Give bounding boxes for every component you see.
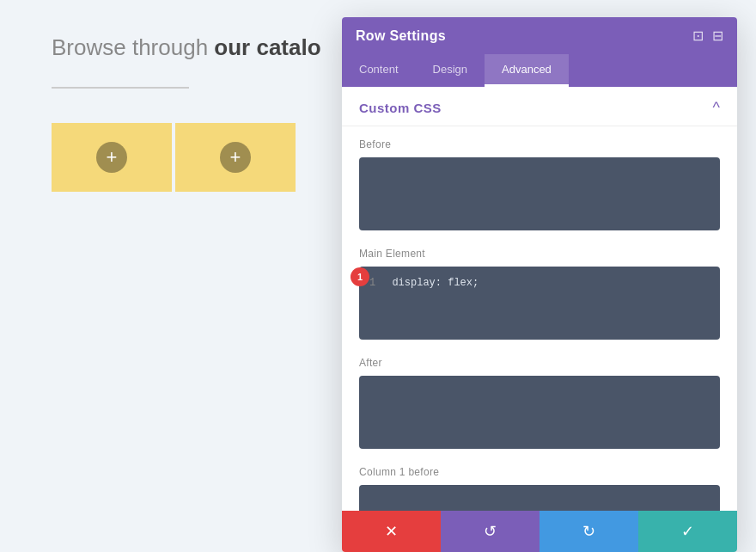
line-badge: 1 xyxy=(351,267,369,286)
collapse-icon[interactable]: ⊟ xyxy=(712,28,723,44)
cancel-button[interactable]: ✕ xyxy=(342,511,441,552)
add-col-1-button[interactable]: + xyxy=(96,142,127,173)
page-columns: + + xyxy=(52,123,296,192)
line-number: 1 xyxy=(369,275,375,331)
tab-design[interactable]: Design xyxy=(416,54,485,87)
row-settings-modal: Row Settings ⊡ ⊟ Content Design Advanced… xyxy=(342,17,737,552)
before-label: Before xyxy=(359,138,720,150)
undo-icon: ↺ xyxy=(484,522,497,541)
main-element-field-section: Main Element 1 1 display: flex; xyxy=(342,242,737,352)
modal-header: Row Settings ⊡ ⊟ xyxy=(342,17,737,54)
page-col-2[interactable]: + xyxy=(175,123,296,192)
tab-content[interactable]: Content xyxy=(342,54,416,87)
redo-button[interactable]: ↻ xyxy=(540,511,638,552)
main-element-label: Main Element xyxy=(359,248,720,260)
modal-footer: ✕ ↺ ↻ ✓ xyxy=(342,511,737,552)
before-editor[interactable] xyxy=(359,157,720,230)
page-col-1[interactable]: + xyxy=(52,123,172,192)
expand-icon[interactable]: ⊡ xyxy=(692,28,704,44)
page-underline xyxy=(52,87,189,89)
save-button[interactable]: ✓ xyxy=(638,511,737,552)
column1-before-label: Column 1 before xyxy=(359,466,720,478)
modal-title: Row Settings xyxy=(356,28,446,44)
column1-before-editor[interactable] xyxy=(359,485,720,511)
add-col-2-button[interactable]: + xyxy=(220,142,251,173)
section-toggle-icon[interactable]: ^ xyxy=(713,99,720,117)
modal-header-icons: ⊡ ⊟ xyxy=(692,28,723,44)
custom-css-section-header: Custom CSS ^ xyxy=(342,87,737,126)
after-label: After xyxy=(359,357,720,369)
column1-before-field-section: Column 1 before xyxy=(342,461,737,511)
page-heading: Browse through our catalo xyxy=(52,34,321,61)
after-field-section: After xyxy=(342,352,737,461)
page-heading-strong: our catalo xyxy=(214,34,320,60)
cancel-icon: ✕ xyxy=(385,522,398,541)
main-element-code[interactable]: display: flex; xyxy=(386,275,710,331)
redo-icon: ↻ xyxy=(582,522,595,541)
after-editor[interactable] xyxy=(359,376,720,449)
modal-tabs: Content Design Advanced xyxy=(342,54,737,87)
custom-css-title: Custom CSS xyxy=(359,101,442,115)
tab-advanced[interactable]: Advanced xyxy=(485,54,569,87)
undo-button[interactable]: ↺ xyxy=(441,511,540,552)
save-icon: ✓ xyxy=(681,522,694,541)
main-element-editor[interactable]: 1 display: flex; xyxy=(359,267,720,340)
modal-content-area: Custom CSS ^ Before Main Element 1 1 dis… xyxy=(342,87,737,511)
before-field-section: Before xyxy=(342,126,737,242)
